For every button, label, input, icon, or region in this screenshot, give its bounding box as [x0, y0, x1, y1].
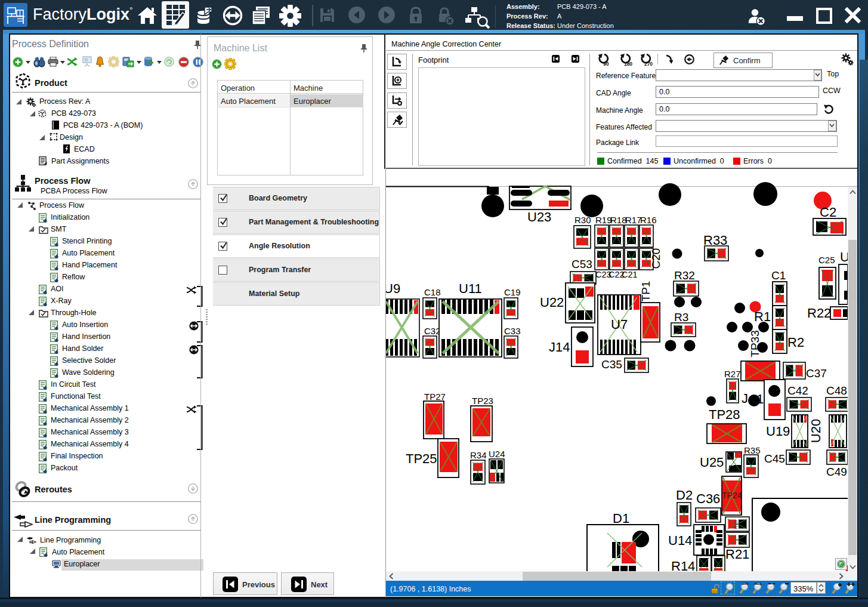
svg-text:J14: J14 [549, 340, 570, 355]
svg-text:C36: C36 [696, 491, 720, 506]
svg-text:C42: C42 [787, 384, 808, 397]
svg-text:C45: C45 [764, 452, 785, 465]
svg-text:C18: C18 [424, 287, 441, 297]
svg-text:R30: R30 [574, 215, 591, 225]
svg-text:U20: U20 [808, 419, 823, 443]
svg-text:U23: U23 [527, 209, 551, 224]
svg-text:C53: C53 [572, 258, 592, 270]
svg-text:U: U [840, 249, 848, 264]
svg-text:TP28: TP28 [709, 407, 740, 422]
svg-text:R16: R16 [640, 215, 657, 225]
svg-text:C21: C21 [622, 270, 638, 279]
svg-text:C32: C32 [424, 326, 441, 336]
svg-text:U14: U14 [668, 533, 692, 548]
svg-text:270: 270 [644, 61, 653, 66]
svg-text:C20: C20 [650, 248, 662, 269]
svg-text:D2: D2 [676, 488, 693, 503]
svg-text:C37: C37 [806, 367, 827, 380]
svg-text:U24: U24 [489, 449, 505, 459]
svg-text:C19: C19 [504, 287, 521, 297]
svg-text:R19: R19 [595, 215, 612, 225]
svg-text:R22: R22 [807, 306, 831, 321]
svg-text:180: 180 [624, 61, 632, 66]
svg-text:TP1: TP1 [640, 281, 652, 302]
svg-text:U19: U19 [766, 424, 790, 439]
svg-text:R35: R35 [744, 445, 761, 455]
svg-text:R14: R14 [671, 559, 695, 571]
svg-text:C35: C35 [601, 358, 622, 371]
svg-text:TP33: TP33 [749, 330, 761, 357]
svg-text:R20: R20 [733, 520, 739, 529]
svg-text:TP25: TP25 [406, 451, 437, 466]
svg-text:R18: R18 [610, 215, 627, 225]
svg-text:U22: U22 [540, 295, 564, 310]
svg-text:R3: R3 [674, 311, 688, 323]
svg-text:R1: R1 [754, 309, 771, 324]
svg-text:R34: R34 [470, 450, 487, 460]
svg-text:TP23: TP23 [472, 396, 493, 406]
svg-text:C2: C2 [820, 205, 836, 220]
svg-text:U9: U9 [386, 281, 400, 296]
svg-text:J: J [742, 391, 748, 406]
svg-text:R32: R32 [674, 269, 695, 282]
svg-text:R27: R27 [724, 369, 741, 379]
svg-text:ALL: ALL [754, 583, 762, 586]
svg-text:C33: C33 [504, 326, 521, 336]
svg-text:D1: D1 [613, 511, 629, 526]
svg-text:TP24: TP24 [722, 491, 742, 500]
svg-text:C49: C49 [826, 466, 847, 478]
svg-text:U7: U7 [611, 317, 628, 332]
svg-text:R2: R2 [787, 335, 804, 350]
svg-text:R21: R21 [725, 547, 749, 562]
svg-text:U11: U11 [459, 281, 482, 296]
svg-text:C25: C25 [818, 255, 835, 265]
svg-text:TP27: TP27 [424, 392, 446, 402]
svg-text:C1: C1 [771, 269, 786, 282]
svg-text:100: 100 [742, 583, 749, 586]
svg-text:C48: C48 [826, 384, 847, 397]
svg-text:R17: R17 [625, 215, 642, 225]
svg-text:U25: U25 [700, 455, 724, 470]
svg-text:90: 90 [603, 61, 609, 66]
